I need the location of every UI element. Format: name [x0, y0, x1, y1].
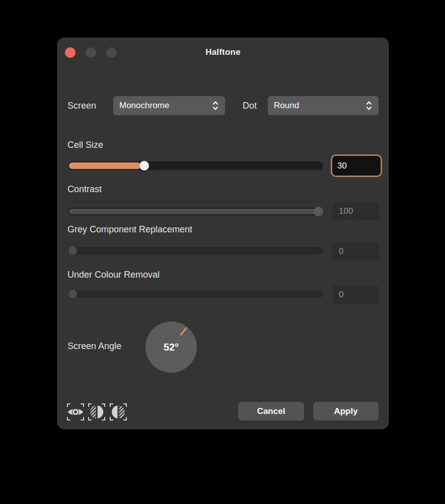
slider-thumb[interactable] [68, 246, 77, 255]
slider-thumb[interactable] [139, 161, 149, 171]
screen-angle-label: Screen Angle [67, 341, 121, 352]
chevron-up-down-icon [212, 100, 219, 111]
under-colour-removal-slider[interactable] [68, 290, 323, 298]
screen-angle-dial[interactable]: 52° [145, 321, 197, 373]
cancel-button[interactable]: Cancel [238, 402, 304, 421]
contrast-slider[interactable] [68, 208, 323, 215]
slider-fill [69, 162, 141, 169]
grey-component-replacement-slider[interactable] [68, 247, 323, 255]
preview-split-right-button[interactable] [109, 402, 128, 422]
slider-thumb[interactable] [68, 290, 77, 298]
under-colour-removal-input[interactable] [333, 286, 379, 304]
preview-split-left-button[interactable] [87, 402, 106, 422]
screen-select[interactable]: Monochrome [113, 96, 225, 115]
cell-size-input[interactable] [331, 154, 382, 177]
dot-select-value: Round [274, 101, 299, 111]
dot-label: Dot [243, 101, 257, 111]
slider-fill [69, 209, 322, 214]
dot-select[interactable]: Round [268, 96, 379, 115]
cell-size-slider[interactable] [68, 161, 323, 170]
contrast-input[interactable] [333, 202, 379, 220]
slider-thumb[interactable] [314, 207, 323, 216]
cell-size-label: Cell Size [67, 140, 103, 150]
screen-select-value: Monochrome [119, 101, 169, 111]
chevron-up-down-icon [365, 100, 373, 111]
split-circle-left-hatched-icon [87, 402, 106, 422]
title-bar[interactable]: Halftone [58, 38, 388, 66]
split-circle-right-hatched-icon [109, 402, 128, 422]
contrast-label: Contrast [67, 184, 102, 195]
eye-icon [66, 402, 85, 422]
halftone-dialog: Halftone Screen Monochrome Dot Round Cel… [57, 38, 389, 429]
preview-original-button[interactable] [66, 402, 85, 422]
grey-component-replacement-label: Grey Component Replacement [67, 224, 192, 235]
under-colour-removal-label: Under Colour Removal [67, 270, 160, 280]
window-title: Halftone [58, 47, 388, 57]
screen-label: Screen [67, 101, 96, 111]
apply-button[interactable]: Apply [313, 402, 379, 421]
grey-component-replacement-input[interactable] [333, 242, 379, 261]
